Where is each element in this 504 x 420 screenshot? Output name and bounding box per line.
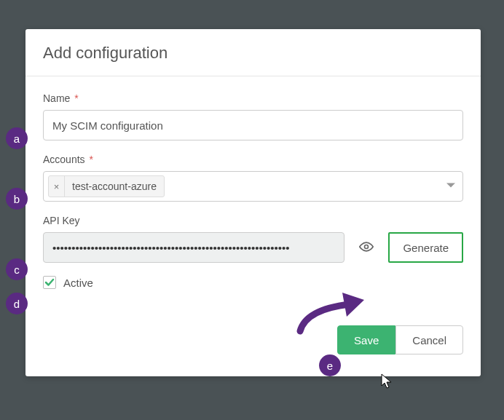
name-label-text: Name — [43, 92, 70, 104]
check-icon — [44, 277, 55, 288]
apikey-field: API Key Generate — [43, 215, 463, 263]
name-input[interactable] — [43, 110, 463, 140]
apikey-label: API Key — [43, 215, 463, 226]
required-asterisk: * — [89, 154, 92, 165]
required-asterisk: * — [74, 92, 78, 104]
callout-c: c — [6, 258, 28, 280]
callout-d: d — [6, 293, 28, 314]
save-button[interactable]: Save — [337, 325, 395, 354]
active-row: Active — [43, 276, 463, 289]
accounts-select[interactable]: × test-account-azure — [43, 171, 463, 202]
accounts-field: Accounts * × test-account-azure — [43, 154, 463, 202]
generate-button[interactable]: Generate — [388, 232, 463, 263]
tag-label: test-account-azure — [65, 181, 164, 192]
accounts-label: Accounts * — [43, 154, 463, 165]
modal-footer: Save Cancel — [25, 325, 481, 376]
accounts-label-text: Accounts — [43, 154, 85, 165]
apikey-row: Generate — [43, 232, 463, 263]
modal-title: Add configuration — [43, 44, 463, 63]
config-modal: Add configuration Name * Accounts * × te… — [25, 29, 481, 376]
svg-point-0 — [365, 245, 369, 248]
name-field: Name * — [43, 92, 463, 140]
chevron-down-icon[interactable] — [446, 180, 455, 193]
callout-b: b — [6, 188, 28, 210]
active-checkbox[interactable] — [43, 276, 56, 289]
reveal-button[interactable] — [352, 232, 381, 263]
modal-body: Name * Accounts * × test-account-azure — [25, 76, 481, 325]
eye-icon — [359, 239, 374, 256]
callout-e: e — [319, 354, 341, 376]
account-tag: × test-account-azure — [48, 175, 165, 197]
callout-a: a — [6, 127, 28, 149]
modal-header: Add configuration — [25, 29, 481, 76]
tag-remove-icon[interactable]: × — [49, 176, 65, 197]
cancel-button[interactable]: Cancel — [395, 325, 463, 354]
apikey-input[interactable] — [43, 232, 344, 263]
active-label: Active — [63, 277, 93, 289]
name-label: Name * — [43, 92, 463, 104]
